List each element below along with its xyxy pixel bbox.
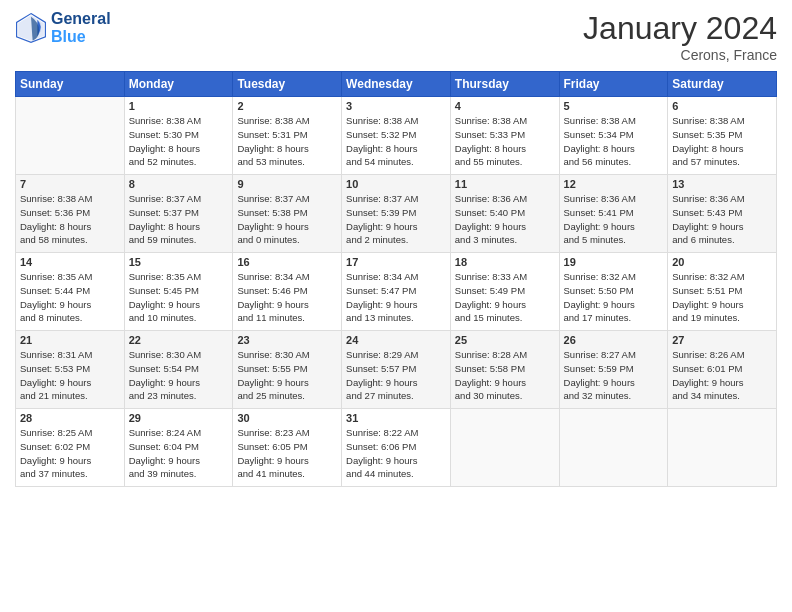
daylight-label: Daylight: 9 hoursand 19 minutes. [672,299,743,324]
sunrise-label: Sunrise: 8:38 AM [20,193,92,204]
daylight-label: Daylight: 9 hoursand 32 minutes. [564,377,635,402]
daylight-label: Daylight: 9 hoursand 30 minutes. [455,377,526,402]
day-info: Sunrise: 8:34 AM Sunset: 5:46 PM Dayligh… [237,270,337,325]
calendar-cell: 23 Sunrise: 8:30 AM Sunset: 5:55 PM Dayl… [233,331,342,409]
sunset-label: Sunset: 5:41 PM [564,207,634,218]
day-info: Sunrise: 8:37 AM Sunset: 5:39 PM Dayligh… [346,192,446,247]
sunrise-label: Sunrise: 8:27 AM [564,349,636,360]
day-info: Sunrise: 8:38 AM Sunset: 5:34 PM Dayligh… [564,114,664,169]
calendar-cell: 9 Sunrise: 8:37 AM Sunset: 5:38 PM Dayli… [233,175,342,253]
day-number: 5 [564,100,664,112]
header-friday: Friday [559,72,668,97]
sunset-label: Sunset: 5:51 PM [672,285,742,296]
day-info: Sunrise: 8:35 AM Sunset: 5:45 PM Dayligh… [129,270,229,325]
day-number: 27 [672,334,772,346]
day-info: Sunrise: 8:23 AM Sunset: 6:05 PM Dayligh… [237,426,337,481]
calendar-cell: 26 Sunrise: 8:27 AM Sunset: 5:59 PM Dayl… [559,331,668,409]
calendar-cell [668,409,777,487]
sunrise-label: Sunrise: 8:26 AM [672,349,744,360]
calendar-cell: 10 Sunrise: 8:37 AM Sunset: 5:39 PM Dayl… [342,175,451,253]
month-year-title: January 2024 [583,10,777,47]
sunset-label: Sunset: 5:40 PM [455,207,525,218]
day-info: Sunrise: 8:29 AM Sunset: 5:57 PM Dayligh… [346,348,446,403]
sunset-label: Sunset: 5:33 PM [455,129,525,140]
sunrise-label: Sunrise: 8:37 AM [237,193,309,204]
sunset-label: Sunset: 5:35 PM [672,129,742,140]
calendar-cell: 18 Sunrise: 8:33 AM Sunset: 5:49 PM Dayl… [450,253,559,331]
sunset-label: Sunset: 5:32 PM [346,129,416,140]
calendar-cell [450,409,559,487]
day-number: 30 [237,412,337,424]
sunrise-label: Sunrise: 8:22 AM [346,427,418,438]
day-info: Sunrise: 8:22 AM Sunset: 6:06 PM Dayligh… [346,426,446,481]
header-wednesday: Wednesday [342,72,451,97]
daylight-label: Daylight: 9 hoursand 10 minutes. [129,299,200,324]
day-number: 28 [20,412,120,424]
sunset-label: Sunset: 5:50 PM [564,285,634,296]
day-info: Sunrise: 8:37 AM Sunset: 5:38 PM Dayligh… [237,192,337,247]
day-number: 18 [455,256,555,268]
daylight-label: Daylight: 9 hoursand 0 minutes. [237,221,308,246]
day-info: Sunrise: 8:38 AM Sunset: 5:31 PM Dayligh… [237,114,337,169]
sunrise-label: Sunrise: 8:25 AM [20,427,92,438]
day-number: 12 [564,178,664,190]
day-number: 26 [564,334,664,346]
day-number: 9 [237,178,337,190]
day-number: 29 [129,412,229,424]
sunrise-label: Sunrise: 8:38 AM [237,115,309,126]
day-info: Sunrise: 8:30 AM Sunset: 5:54 PM Dayligh… [129,348,229,403]
sunset-label: Sunset: 5:45 PM [129,285,199,296]
sunrise-label: Sunrise: 8:33 AM [455,271,527,282]
sunrise-label: Sunrise: 8:36 AM [455,193,527,204]
day-number: 2 [237,100,337,112]
sunset-label: Sunset: 5:30 PM [129,129,199,140]
calendar-cell: 6 Sunrise: 8:38 AM Sunset: 5:35 PM Dayli… [668,97,777,175]
logo: General Blue [15,10,111,45]
logo-text: General Blue [51,10,111,45]
daylight-label: Daylight: 9 hoursand 39 minutes. [129,455,200,480]
sunrise-label: Sunrise: 8:24 AM [129,427,201,438]
daylight-label: Daylight: 9 hoursand 17 minutes. [564,299,635,324]
calendar-cell: 28 Sunrise: 8:25 AM Sunset: 6:02 PM Dayl… [16,409,125,487]
daylight-label: Daylight: 8 hoursand 59 minutes. [129,221,200,246]
sunrise-label: Sunrise: 8:30 AM [129,349,201,360]
page: General Blue January 2024 Cerons, France… [0,0,792,612]
daylight-label: Daylight: 8 hoursand 53 minutes. [237,143,308,168]
sunrise-label: Sunrise: 8:32 AM [564,271,636,282]
day-info: Sunrise: 8:37 AM Sunset: 5:37 PM Dayligh… [129,192,229,247]
daylight-label: Daylight: 8 hoursand 54 minutes. [346,143,417,168]
calendar-cell: 30 Sunrise: 8:23 AM Sunset: 6:05 PM Dayl… [233,409,342,487]
header-saturday: Saturday [668,72,777,97]
daylight-label: Daylight: 8 hoursand 57 minutes. [672,143,743,168]
day-info: Sunrise: 8:32 AM Sunset: 5:51 PM Dayligh… [672,270,772,325]
calendar-cell: 15 Sunrise: 8:35 AM Sunset: 5:45 PM Dayl… [124,253,233,331]
header-monday: Monday [124,72,233,97]
daylight-label: Daylight: 8 hoursand 58 minutes. [20,221,91,246]
day-info: Sunrise: 8:38 AM Sunset: 5:33 PM Dayligh… [455,114,555,169]
calendar-cell: 13 Sunrise: 8:36 AM Sunset: 5:43 PM Dayl… [668,175,777,253]
sunrise-label: Sunrise: 8:34 AM [346,271,418,282]
sunset-label: Sunset: 5:37 PM [129,207,199,218]
sunset-label: Sunset: 6:04 PM [129,441,199,452]
daylight-label: Daylight: 9 hoursand 15 minutes. [455,299,526,324]
week-row-5: 28 Sunrise: 8:25 AM Sunset: 6:02 PM Dayl… [16,409,777,487]
location-subtitle: Cerons, France [583,47,777,63]
week-row-1: 1 Sunrise: 8:38 AM Sunset: 5:30 PM Dayli… [16,97,777,175]
sunrise-label: Sunrise: 8:29 AM [346,349,418,360]
day-info: Sunrise: 8:36 AM Sunset: 5:43 PM Dayligh… [672,192,772,247]
daylight-label: Daylight: 8 hoursand 52 minutes. [129,143,200,168]
sunrise-label: Sunrise: 8:36 AM [672,193,744,204]
sunset-label: Sunset: 5:59 PM [564,363,634,374]
day-info: Sunrise: 8:28 AM Sunset: 5:58 PM Dayligh… [455,348,555,403]
sunrise-label: Sunrise: 8:30 AM [237,349,309,360]
day-number: 22 [129,334,229,346]
calendar-cell: 17 Sunrise: 8:34 AM Sunset: 5:47 PM Dayl… [342,253,451,331]
day-number: 11 [455,178,555,190]
calendar-table: Sunday Monday Tuesday Wednesday Thursday… [15,71,777,487]
day-number: 21 [20,334,120,346]
calendar-cell: 8 Sunrise: 8:37 AM Sunset: 5:37 PM Dayli… [124,175,233,253]
day-number: 4 [455,100,555,112]
daylight-label: Daylight: 8 hoursand 55 minutes. [455,143,526,168]
sunset-label: Sunset: 5:47 PM [346,285,416,296]
day-number: 19 [564,256,664,268]
